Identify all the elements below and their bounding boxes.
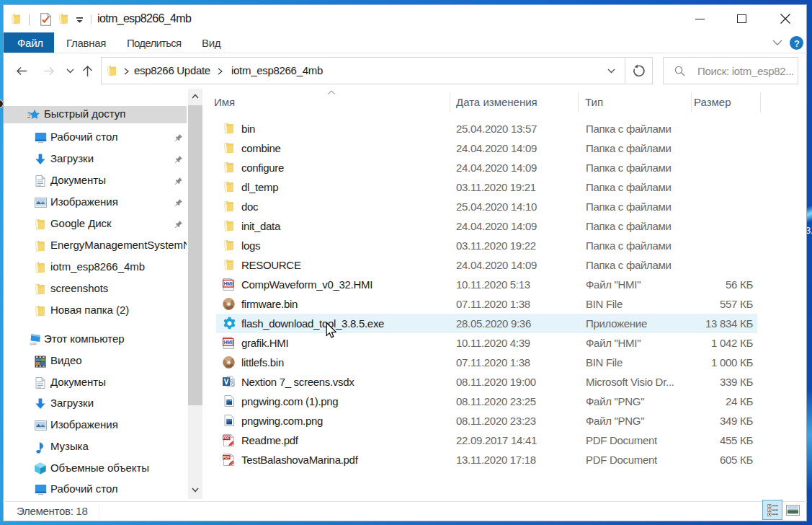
svg-text:PDF: PDF (223, 455, 230, 459)
svg-text:HMI: HMI (224, 339, 233, 344)
svg-text:PDF: PDF (223, 436, 230, 439)
svg-text:HMI: HMI (224, 281, 233, 286)
